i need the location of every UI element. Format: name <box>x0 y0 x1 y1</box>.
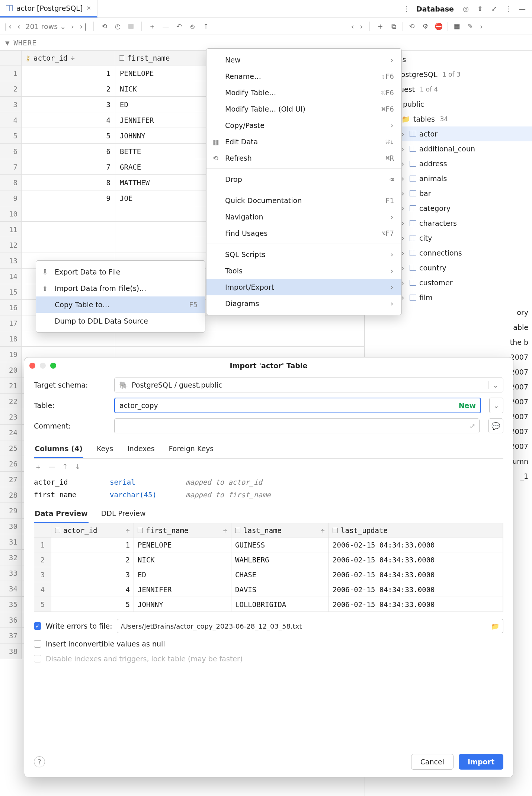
context-menu-item[interactable]: Navigation› <box>206 209 401 225</box>
cell-actor-id[interactable] <box>22 237 115 253</box>
context-menu-item[interactable]: Import/Export› <box>206 279 401 295</box>
cell-actor-id[interactable]: 4 <box>22 112 115 128</box>
submenu-item[interactable]: Copy Table to…F5 <box>36 296 205 313</box>
move-up-icon[interactable]: ↑ <box>62 462 68 472</box>
close-window-icon[interactable] <box>29 363 35 369</box>
comment-input[interactable]: ⤢ <box>114 418 480 433</box>
close-icon[interactable]: ✕ <box>86 5 91 12</box>
cell-actor-id[interactable] <box>22 331 115 346</box>
cancel-button[interactable]: Cancel <box>411 754 454 770</box>
tab-foreign-keys[interactable]: Foreign Keys <box>168 442 215 458</box>
cell-actor-id[interactable]: 6 <box>22 144 115 159</box>
context-menu-item[interactable]: SQL Scripts› <box>206 246 401 263</box>
chevron-down-icon[interactable]: ⌄ <box>488 381 499 389</box>
context-menu-item[interactable]: Copy/Paste› <box>206 117 401 134</box>
reload-icon[interactable]: ⟲ <box>100 22 109 31</box>
cell-actor-id[interactable] <box>22 222 115 237</box>
write-errors-checkbox[interactable]: ✓ <box>34 622 41 630</box>
preview-row[interactable]: 22NICKWAHLBERG2006-02-15 04:34:33.0000 <box>34 552 503 567</box>
preview-header-last-name[interactable]: last_name÷ <box>231 523 329 537</box>
expand-collapse-icon[interactable]: ⇕ <box>475 4 484 13</box>
remove-icon[interactable]: — <box>161 22 170 31</box>
minimize-window-icon[interactable] <box>40 363 46 369</box>
preview-row[interactable]: 11PENELOPEGUINESS2006-02-15 04:34:33.000… <box>34 537 503 552</box>
context-menu-item[interactable]: Tools› <box>206 263 401 279</box>
last-page-icon[interactable]: ›| <box>79 22 88 31</box>
cell-actor-id[interactable]: 5 <box>22 128 115 143</box>
tab-data-preview[interactable]: Data Preview <box>34 506 89 523</box>
expand-icon[interactable]: ⤢ <box>469 422 475 430</box>
panel-menu-icon[interactable] <box>504 4 513 13</box>
folder-icon[interactable]: 📁 <box>491 622 499 630</box>
edit-icon[interactable]: ✎ <box>466 22 475 31</box>
preview-row[interactable]: 44JENNIFERDAVIS2006-02-15 04:34:33.0000 <box>34 582 503 597</box>
zoom-window-icon[interactable] <box>50 363 56 369</box>
window-controls[interactable] <box>29 363 56 369</box>
column-mapping-row[interactable]: first_namevarchar(45)mapped to first_nam… <box>34 488 503 501</box>
move-down-icon[interactable]: ↓ <box>75 462 81 472</box>
submenu-item[interactable]: Dump to DDL Data Source <box>36 313 205 329</box>
tab-columns[interactable]: Columns (4) <box>34 442 83 458</box>
remove-column-icon[interactable]: — <box>48 462 55 472</box>
cell-actor-id[interactable]: 3 <box>22 97 115 112</box>
comment-dialog-button[interactable]: 💬 <box>488 418 503 433</box>
import-button[interactable]: Import <box>459 754 503 770</box>
target-schema-combo[interactable]: 🐘 PostgreSQL / guest.public ⌄ <box>114 378 503 392</box>
table-view-icon[interactable]: ▦ <box>452 22 461 31</box>
cell-actor-id[interactable]: 2 <box>22 81 115 96</box>
nav-left-icon[interactable]: ‹ <box>350 22 355 31</box>
context-menu-item[interactable]: Rename…⇧F6 <box>206 68 401 84</box>
prev-page-icon[interactable]: ‹ <box>17 22 21 31</box>
context-menu-item[interactable]: ▦Edit Data⌘↓ <box>206 134 401 150</box>
submenu-item[interactable]: ⇩Export Data to File <box>36 264 205 280</box>
minimize-icon[interactable]: — <box>518 4 527 13</box>
context-menu-item[interactable]: Drop⌫ <box>206 171 401 187</box>
new-datasource-icon[interactable]: + <box>376 22 385 31</box>
disconnect-icon[interactable]: ⛔ <box>434 22 443 31</box>
tab-ddl-preview[interactable]: DDL Preview <box>100 506 147 523</box>
editor-tab-menu-icon[interactable] <box>402 4 411 13</box>
insert-null-checkbox[interactable] <box>34 640 41 648</box>
context-menu-item[interactable]: Diagrams› <box>206 295 401 312</box>
context-menu-item[interactable]: New› <box>206 52 401 68</box>
table-row[interactable]: 18 <box>0 331 365 347</box>
editor-tab-actor[interactable]: actor [PostgreSQL] ✕ <box>0 0 97 17</box>
cell-actor-id[interactable]: 9 <box>22 190 115 206</box>
refresh-db-icon[interactable]: ⟲ <box>407 22 416 31</box>
add-column-icon[interactable]: ＋ <box>35 462 42 472</box>
context-menu-item[interactable]: Modify Table…⌘F6 <box>206 84 401 101</box>
preview-header-actor-id[interactable]: actor_id÷ <box>51 523 134 537</box>
context-menu-item[interactable]: Quick DocumentationF1 <box>206 192 401 209</box>
preview-row[interactable]: 55JOHNNYLOLLOBRIGIDA2006-02-15 04:34:33.… <box>34 597 503 612</box>
preview-row[interactable]: 33EDCHASE2006-02-15 04:34:33.0000 <box>34 567 503 582</box>
rows-indicator[interactable]: 201 rows ⌄ <box>25 22 66 31</box>
submit-icon[interactable]: ↑ <box>201 22 210 31</box>
duplicate-icon[interactable]: ⧉ <box>389 22 398 31</box>
cell-actor-id[interactable]: 7 <box>22 159 115 174</box>
errors-file-path-input[interactable]: /Users/JetBrains/actor_copy_2023-06-28_1… <box>117 619 503 633</box>
add-icon[interactable]: ＋ <box>148 22 157 31</box>
revert-icon[interactable]: ↶ <box>174 22 183 31</box>
settings-icon[interactable]: ⚙ <box>421 22 430 31</box>
help-button[interactable]: ? <box>34 756 45 767</box>
preview-header-first-name[interactable]: first_name÷ <box>134 523 231 537</box>
context-menu-item[interactable]: Modify Table… (Old UI)⌘F6 <box>206 101 401 117</box>
tab-indexes[interactable]: Indexes <box>126 442 155 458</box>
context-menu-item[interactable]: Find Usages⌥F7 <box>206 225 401 241</box>
next-page-icon[interactable]: › <box>70 22 74 31</box>
more-icon[interactable]: › <box>479 22 483 31</box>
column-header-actor-id[interactable]: actor_id ÷ <box>22 51 115 65</box>
commit-icon[interactable]: ⎋ <box>188 22 197 31</box>
stopwatch-icon[interactable]: ◷ <box>113 22 122 31</box>
nav-right-icon[interactable]: › <box>359 22 363 31</box>
table-history-button[interactable]: ⌄ <box>489 398 503 413</box>
cell-actor-id[interactable]: 8 <box>22 175 115 190</box>
table-name-input[interactable]: actor_copy New <box>114 398 481 413</box>
cell-actor-id[interactable]: 1 <box>22 65 115 81</box>
cell-first-name[interactable] <box>115 331 365 346</box>
target-icon[interactable]: ◎ <box>461 4 470 13</box>
hide-icon[interactable]: ⤢ <box>490 4 499 13</box>
first-page-icon[interactable]: |‹ <box>4 22 12 31</box>
tab-keys[interactable]: Keys <box>96 442 114 458</box>
stop-icon[interactable] <box>126 22 135 31</box>
